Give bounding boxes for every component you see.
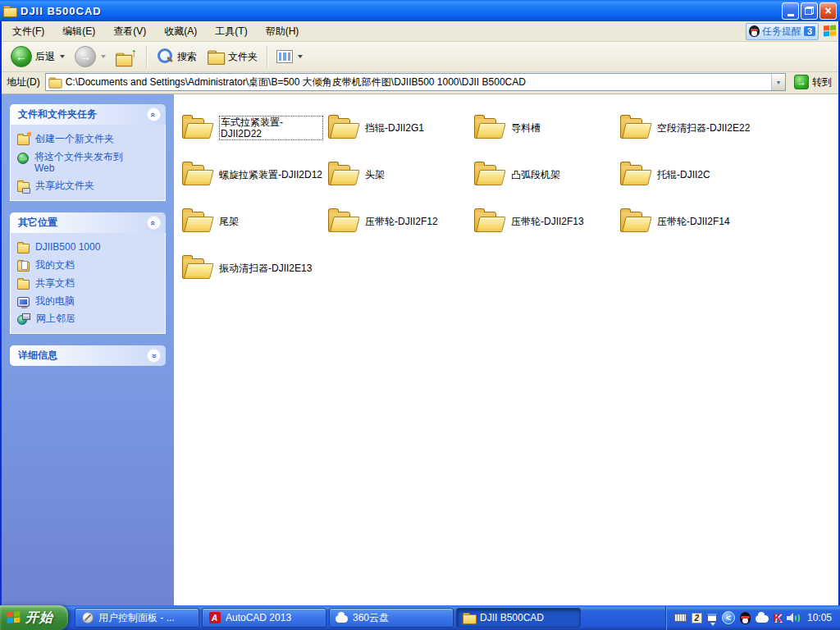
folder-item[interactable]: 挡辊-DJII2G1 xyxy=(326,104,469,151)
task-new-folder[interactable]: 创建一个新文件夹 xyxy=(17,133,158,145)
user-control-panel-icon xyxy=(81,612,94,624)
go-button[interactable]: → 转到 xyxy=(791,75,835,89)
back-button[interactable]: ← 后退 xyxy=(7,43,69,70)
place-my-computer[interactable]: 我的电脑 xyxy=(17,295,158,307)
folder-item[interactable]: 压带轮-DJII2F14 xyxy=(619,198,761,244)
menu-edit[interactable]: 编辑(E) xyxy=(53,22,104,41)
kaspersky-icon[interactable]: K xyxy=(774,611,782,624)
folder-item[interactable]: 螺旋拉紧装置-DJII2D12 xyxy=(180,151,323,198)
address-folder-icon xyxy=(48,77,61,87)
folders-button[interactable]: 文件夹 xyxy=(203,43,262,70)
panel-details-header[interactable]: 详细信息 « xyxy=(10,345,166,366)
toolbar: ← 后退 → ↑ 搜索 文件夹 xyxy=(2,42,838,72)
folder-icon xyxy=(619,208,651,235)
folder-icon xyxy=(326,114,359,141)
folder-item[interactable]: 尾架 xyxy=(180,198,323,244)
windows-flag-icon xyxy=(7,611,21,624)
folder-item[interactable]: 空段清扫器-DJII2E22 xyxy=(619,104,761,151)
folder-item[interactable]: 压带轮-DJII2F12 xyxy=(326,198,469,244)
minimize-icon xyxy=(788,14,794,16)
place-parent-folder[interactable]: DJIIB500 1000 xyxy=(17,241,158,253)
folder-item[interactable]: 车式拉紧装置-DJII2D22 xyxy=(180,104,323,151)
search-icon xyxy=(156,48,174,66)
folder-icon xyxy=(619,161,651,188)
views-icon xyxy=(276,50,293,63)
taskbar-item-control-panel[interactable]: 用户控制面板 - ... xyxy=(75,608,199,628)
task-reminder-badge: 3 xyxy=(804,26,815,36)
folder-icon xyxy=(180,114,213,141)
menu-tools[interactable]: 工具(T) xyxy=(206,22,256,41)
folder-icon xyxy=(180,254,213,281)
chevron-up-icon: « xyxy=(149,220,159,225)
start-label: 开始 xyxy=(25,609,53,627)
back-dropdown-icon[interactable] xyxy=(60,55,65,58)
views-button[interactable] xyxy=(272,43,307,70)
views-dropdown-icon[interactable] xyxy=(298,55,303,58)
shared-documents-icon xyxy=(17,280,30,290)
search-label: 搜索 xyxy=(177,50,197,64)
hide-icons-chevron[interactable]: < xyxy=(722,611,735,624)
folder-icon xyxy=(472,114,505,141)
panel-file-tasks: 文件和文件夹任务 « 创建一个新文件夹 将这个文件夹发布到 Web xyxy=(10,104,166,201)
panel-file-tasks-header[interactable]: 文件和文件夹任务 « xyxy=(10,104,166,125)
taskbar-item-autocad[interactable]: A AutoCAD 2013 xyxy=(202,608,326,628)
start-button[interactable]: 开始 xyxy=(0,605,68,630)
folder-item[interactable]: 压带轮-DJII2F13 xyxy=(472,198,615,244)
my-computer-icon xyxy=(17,297,30,307)
menu-help[interactable]: 帮助(H) xyxy=(257,22,308,41)
menu-favorites[interactable]: 收藏(A) xyxy=(155,22,206,41)
restore-button[interactable] xyxy=(801,2,818,20)
folder-item[interactable]: 导料槽 xyxy=(472,104,615,151)
folder-item[interactable]: 凸弧段机架 xyxy=(472,151,615,198)
back-label: 后退 xyxy=(35,50,55,64)
desktop-arrange-icon[interactable] xyxy=(707,614,717,622)
taskbar: 开始 用户控制面板 - ... A AutoCAD 2013 360云盘 DJI… xyxy=(0,605,840,630)
folder-icon xyxy=(472,161,505,188)
qq-tray-icon[interactable] xyxy=(740,612,751,624)
folder-item[interactable]: 头架 xyxy=(326,151,469,198)
address-input[interactable]: C:\Documents and Settings\Administrator\… xyxy=(45,73,786,91)
my-documents-icon xyxy=(17,262,30,272)
panel-title: 详细信息 xyxy=(18,349,57,363)
network-icon xyxy=(17,313,30,325)
forward-button[interactable]: → xyxy=(71,43,110,70)
qq-icon xyxy=(749,25,760,37)
search-button[interactable]: 搜索 xyxy=(152,43,201,70)
window-title: DJII B500CAD xyxy=(21,5,780,17)
minimize-button[interactable] xyxy=(782,2,799,20)
folders-label: 文件夹 xyxy=(228,50,258,64)
address-path[interactable]: C:\Documents and Settings\Administrator\… xyxy=(66,75,526,89)
toolbar-separator xyxy=(146,46,147,67)
place-network[interactable]: 网上邻居 xyxy=(17,313,158,325)
panel-other-places-header[interactable]: 其它位置 « xyxy=(10,212,166,233)
file-list-view[interactable]: 车式拉紧装置-DJII2D22 挡辊-DJII2G1 导料槽 空段清扫器-DJI… xyxy=(174,94,838,605)
address-dropdown-button[interactable]: ▼ xyxy=(771,74,785,90)
task-share-folder[interactable]: 共享此文件夹 xyxy=(17,180,158,192)
place-shared-documents[interactable]: 共享文档 xyxy=(17,277,158,290)
cloud-tray-icon[interactable] xyxy=(756,615,769,623)
collapse-button[interactable]: « xyxy=(147,216,161,230)
go-label: 转到 xyxy=(812,75,832,89)
menu-file[interactable]: 文件(F) xyxy=(3,22,53,41)
place-my-documents[interactable]: 我的文档 xyxy=(17,259,158,272)
panel-title: 文件和文件夹任务 xyxy=(18,107,97,121)
folder-icon xyxy=(180,208,213,235)
taskbar-item-explorer[interactable]: DJII B500CAD xyxy=(456,608,581,628)
folder-item[interactable]: 托辊-DJII2C xyxy=(619,151,761,198)
forward-dropdown-icon[interactable] xyxy=(101,55,106,58)
folder-item[interactable]: 振动清扫器-DJII2E13 xyxy=(180,244,323,291)
task-publish-web[interactable]: 将这个文件夹发布到 Web xyxy=(17,151,158,174)
volume-icon[interactable] xyxy=(787,613,800,623)
task-reminder-button[interactable]: 任务提醒 3 xyxy=(746,23,819,40)
menu-bar: 文件(F) 编辑(E) 查看(V) 收藏(A) 工具(T) 帮助(H) 任务提醒… xyxy=(2,21,838,42)
collapse-button[interactable]: « xyxy=(147,107,161,121)
folder-icon xyxy=(326,208,359,235)
keyboard-icon[interactable] xyxy=(674,614,687,622)
taskbar-item-360cloud[interactable]: 360云盘 xyxy=(329,608,454,628)
input-method-icon[interactable]: 2 xyxy=(692,613,702,623)
expand-button[interactable]: « xyxy=(147,349,161,363)
menu-view[interactable]: 查看(V) xyxy=(104,22,155,41)
clock[interactable]: 10:05 xyxy=(807,612,832,623)
up-button[interactable]: ↑ xyxy=(112,43,141,70)
close-button[interactable]: × xyxy=(819,2,837,20)
